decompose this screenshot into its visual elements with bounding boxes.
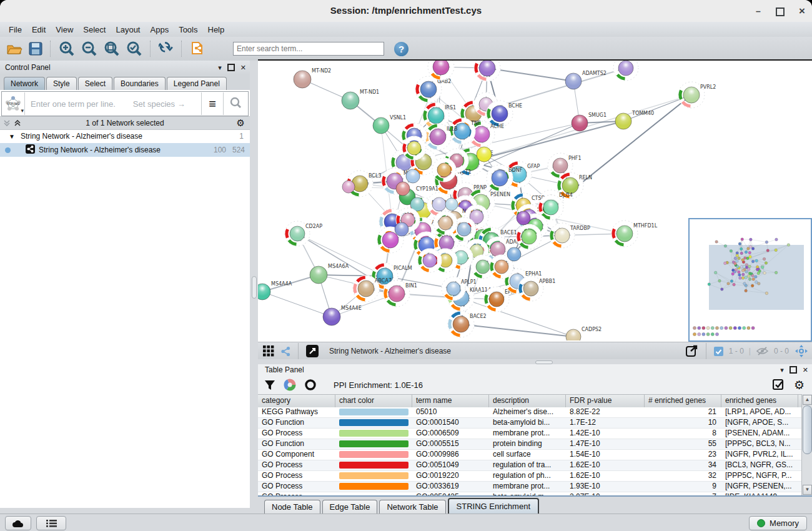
ring-chart-icon[interactable] bbox=[304, 379, 317, 391]
enrichment-row[interactable]: GO ProcessGO:0006509membrane prot...1.42… bbox=[258, 429, 802, 439]
select-columns-icon[interactable] bbox=[773, 379, 785, 391]
zoom-in-icon[interactable] bbox=[59, 41, 75, 57]
protein-node-cd2ap[interactable]: CD2AP bbox=[284, 220, 323, 248]
enrichment-row[interactable]: GO FunctionGO:0001540beta-amyloid bi...1… bbox=[258, 418, 802, 429]
network-options-gear-icon[interactable]: ⚙ bbox=[237, 117, 245, 129]
protein-node-mt-nd2[interactable]: MT-ND2 bbox=[294, 68, 331, 88]
zoom-selected-icon[interactable] bbox=[126, 41, 142, 57]
enrichment-row[interactable]: KEGG Pathways05010Alzheimer's dise...8.8… bbox=[258, 407, 802, 418]
protein-node[interactable] bbox=[395, 222, 408, 236]
protein-node-tomm40[interactable]: TOMM40 bbox=[615, 111, 654, 129]
selected-checkbox-icon[interactable] bbox=[714, 347, 723, 356]
menu-help[interactable]: Help bbox=[203, 24, 230, 36]
protein-node-ms4a4a[interactable]: MS4A4A bbox=[258, 281, 292, 300]
protein-node-ms4a4e[interactable]: MS4A4E bbox=[323, 305, 362, 325]
string-query-placeholder[interactable]: Enter one term per line. bbox=[31, 99, 116, 109]
birds-eye-view[interactable] bbox=[688, 218, 812, 342]
protein-node[interactable] bbox=[396, 182, 410, 196]
protein-node-mt-nd1[interactable]: MT-ND1 bbox=[342, 89, 379, 109]
menu-tools[interactable]: Tools bbox=[174, 24, 202, 36]
panel-divider[interactable] bbox=[250, 61, 258, 508]
network-view-canvas[interactable]: MT-ND2MT-ND1VSNL1GAB2ADAMTS2PVRL2TOMM40S… bbox=[258, 59, 812, 342]
tab-string-enrichment[interactable]: STRING Enrichment bbox=[448, 498, 539, 514]
protein-node-bace2[interactable]: BACE2 bbox=[445, 309, 487, 340]
birds-eye-toggle-icon[interactable] bbox=[795, 344, 808, 358]
restore-panel-icon[interactable] bbox=[790, 366, 797, 374]
protein-node[interactable] bbox=[406, 169, 420, 183]
network-row-selected[interactable]: String Network - Alzheimer's disease 100… bbox=[0, 143, 250, 157]
protein-node[interactable] bbox=[477, 147, 492, 162]
tab-node-table[interactable]: Node Table bbox=[264, 500, 320, 514]
help-icon[interactable]: ? bbox=[394, 42, 408, 56]
enrichment-row[interactable]: GO FunctionGO:0005515protein binding1.47… bbox=[258, 439, 802, 450]
query-options-icon[interactable]: ≡ bbox=[202, 97, 223, 111]
open-in-string-icon[interactable] bbox=[306, 345, 319, 357]
column-header-chart-color[interactable]: chart color bbox=[335, 395, 412, 407]
close-panel-icon[interactable]: ✕ bbox=[803, 364, 808, 375]
network-collection-row[interactable]: ▼ String Network - Alzheimer's disease 1 bbox=[0, 129, 250, 143]
protein-node[interactable] bbox=[433, 211, 457, 235]
network-edge[interactable] bbox=[262, 292, 332, 317]
task-history-button[interactable] bbox=[36, 516, 66, 530]
close-button[interactable]: × bbox=[796, 6, 808, 17]
tab-network[interactable]: Network bbox=[4, 77, 45, 90]
tab-boundaries[interactable]: Boundaries bbox=[114, 77, 166, 90]
string-protein-query-icon[interactable]: STRING ▾ bbox=[2, 92, 25, 115]
protein-node[interactable] bbox=[472, 61, 502, 83]
tab-legend-panel[interactable]: Legend Panel bbox=[167, 77, 227, 90]
import-network-icon[interactable] bbox=[190, 41, 206, 57]
protein-node[interactable] bbox=[445, 198, 458, 211]
enrichment-row[interactable]: GO ProcessGO:0019220regulation of ph...1… bbox=[258, 471, 802, 482]
tab-network-table[interactable]: Network Table bbox=[379, 500, 445, 514]
protein-node[interactable] bbox=[507, 247, 521, 261]
protein-node[interactable] bbox=[342, 181, 355, 193]
protein-node-mthfd1l[interactable]: MTHFD1L bbox=[610, 219, 657, 248]
enrichment-row[interactable]: GO ProcessGO:0051049regulation of tra...… bbox=[258, 460, 802, 471]
donut-chart-icon[interactable] bbox=[284, 379, 296, 391]
table-scrollbar[interactable]: ▲ ▼ bbox=[801, 394, 812, 495]
column-header-enriched-genes[interactable]: enriched genes bbox=[721, 395, 798, 407]
menu-edit[interactable]: Edit bbox=[27, 24, 51, 36]
filter-icon[interactable] bbox=[264, 380, 275, 390]
column-header--enriched-genes[interactable]: # enriched genes bbox=[645, 395, 721, 407]
protein-node[interactable] bbox=[432, 158, 456, 182]
settings-gear-icon[interactable]: ⚙ bbox=[794, 378, 805, 392]
protein-node-cadps2[interactable]: CADPS2 bbox=[566, 327, 602, 340]
menu-view[interactable]: View bbox=[51, 24, 78, 36]
zoom-fit-icon[interactable] bbox=[104, 41, 120, 57]
horizontal-splitter[interactable] bbox=[258, 359, 812, 364]
scroll-up-icon[interactable]: ▲ bbox=[803, 395, 812, 405]
collapse-triangle-icon[interactable]: ▼ bbox=[9, 133, 15, 140]
tab-select[interactable]: Select bbox=[78, 77, 112, 90]
scrollbar-thumb[interactable] bbox=[803, 405, 812, 454]
close-panel-icon[interactable]: ✕ bbox=[240, 61, 246, 74]
network-edge[interactable] bbox=[297, 234, 385, 276]
zoom-out-icon[interactable] bbox=[81, 41, 97, 57]
hidden-eye-icon[interactable] bbox=[756, 347, 768, 355]
menu-layout[interactable]: Layout bbox=[111, 24, 145, 36]
column-header-description[interactable]: description bbox=[489, 395, 566, 407]
enrichment-row[interactable]: GO ProcessGO:0033619membrane prot...1.93… bbox=[258, 482, 802, 492]
protein-node[interactable] bbox=[517, 211, 530, 225]
refresh-icon[interactable] bbox=[159, 41, 174, 56]
protein-node-pvrl2[interactable]: PVRL2 bbox=[676, 80, 716, 109]
float-panel-icon[interactable]: ▾ bbox=[780, 364, 784, 375]
protein-node-tardbp[interactable]: TARDBP bbox=[548, 222, 590, 250]
search-input[interactable] bbox=[233, 42, 384, 56]
menu-apps[interactable]: Apps bbox=[146, 24, 174, 36]
minimize-button[interactable]: – bbox=[753, 6, 764, 17]
tab-style[interactable]: Style bbox=[46, 77, 77, 90]
protein-node[interactable] bbox=[613, 61, 638, 81]
enrichment-row[interactable]: GO ComponentGO:0009986cell surface1.54E-… bbox=[258, 450, 802, 460]
restore-panel-icon[interactable] bbox=[227, 64, 235, 71]
protein-node-vsnl1[interactable]: VSNL1 bbox=[373, 115, 406, 134]
memory-button[interactable]: Memory bbox=[749, 516, 807, 530]
scroll-down-icon[interactable]: ▼ bbox=[803, 485, 812, 495]
share-network-icon[interactable] bbox=[280, 346, 291, 357]
save-session-icon[interactable] bbox=[29, 42, 42, 56]
set-species-hint[interactable]: Set species → bbox=[133, 99, 186, 109]
maximize-button[interactable] bbox=[775, 6, 786, 17]
menu-select[interactable]: Select bbox=[78, 24, 111, 36]
enrichment-row[interactable]: GO ProcessGO:0050435beta-amyloid m...2.0… bbox=[258, 492, 802, 495]
float-panel-icon[interactable]: ▾ bbox=[218, 61, 222, 74]
